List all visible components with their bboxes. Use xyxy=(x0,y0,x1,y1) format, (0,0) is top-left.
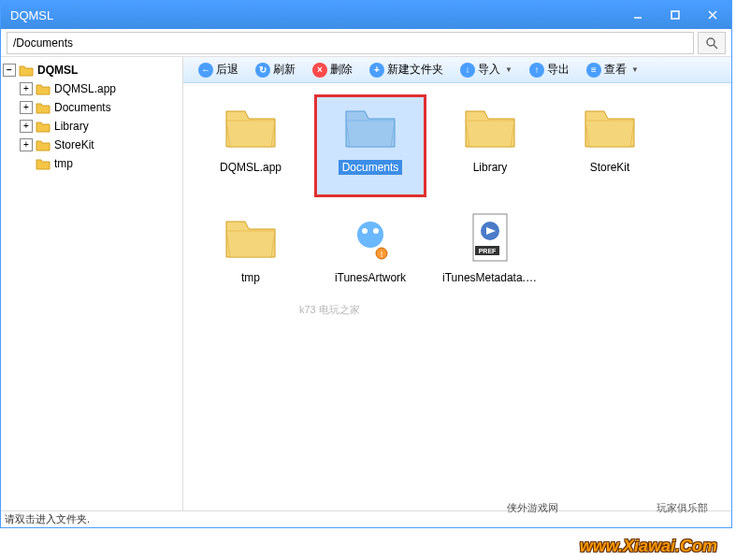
folder-icon xyxy=(221,102,281,154)
file-img-icon: ! xyxy=(340,212,400,265)
watermark-text: 侠外游戏网 xyxy=(507,501,558,515)
watermark-text: k73 电玩之家 xyxy=(299,303,360,317)
path-input[interactable] xyxy=(7,32,694,54)
tree-item-label: DQMSL.app xyxy=(54,82,116,95)
tree-item[interactable]: +Library xyxy=(3,117,180,136)
window-title: DQMSL xyxy=(10,8,53,22)
svg-point-8 xyxy=(373,228,379,234)
file-item[interactable]: PREFiTunesMetadata.p... xyxy=(434,205,546,308)
tree-root[interactable]: − DQMSL xyxy=(3,61,180,79)
svg-text:PREF: PREF xyxy=(479,248,497,254)
expand-icon[interactable]: + xyxy=(20,82,33,95)
tree-item[interactable]: +StoreKit xyxy=(3,136,180,154)
pathbar xyxy=(1,29,731,57)
file-pref-icon: PREF xyxy=(460,212,520,265)
folder-icon xyxy=(36,121,51,133)
minimize-button[interactable] xyxy=(619,1,657,29)
newfolder-button[interactable]: +新建文件夹 xyxy=(362,60,451,79)
tree-item[interactable]: +DQMSL.app xyxy=(3,79,180,98)
back-icon: ← xyxy=(198,63,213,78)
folder-icon xyxy=(36,139,51,151)
watermark-text: 玩家俱乐部 xyxy=(657,501,708,515)
folder-item[interactable]: Library xyxy=(434,94,546,197)
export-icon: ↑ xyxy=(529,63,544,78)
folder-icon xyxy=(580,102,640,154)
folder-item[interactable]: tmp xyxy=(195,205,307,308)
svg-rect-1 xyxy=(671,11,679,19)
view-button[interactable]: ≡查看▼ xyxy=(579,60,646,79)
import-icon: ↓ xyxy=(460,63,475,78)
close-button[interactable] xyxy=(694,1,731,29)
item-label: Documents xyxy=(339,160,403,175)
expand-icon[interactable]: + xyxy=(20,138,33,151)
tree-item-label: Library xyxy=(54,120,89,133)
import-button[interactable]: ↓导入▼ xyxy=(453,60,520,79)
view-icon: ≡ xyxy=(586,63,601,78)
chevron-down-icon: ▼ xyxy=(631,65,639,74)
folder-icon xyxy=(221,212,281,265)
file-item[interactable]: !iTunesArtwork xyxy=(314,205,426,308)
export-button[interactable]: ↑导出 xyxy=(522,60,577,79)
tree-item[interactable]: tmp xyxy=(3,154,180,173)
svg-point-4 xyxy=(707,38,714,46)
search-button[interactable] xyxy=(698,32,726,54)
item-label: DQMSL.app xyxy=(216,160,285,175)
expand-icon[interactable]: + xyxy=(20,120,33,133)
folder-item[interactable]: DQMSL.app xyxy=(195,94,307,197)
tree-item-label: Documents xyxy=(54,101,111,114)
sidebar: − DQMSL +DQMSL.app+Documents+Library+Sto… xyxy=(1,57,183,510)
delete-icon: × xyxy=(312,63,327,78)
item-label: StoreKit xyxy=(586,160,634,175)
tree-item-label: StoreKit xyxy=(54,138,94,151)
tree-item-label: tmp xyxy=(54,157,73,170)
refresh-button[interactable]: ↻刷新 xyxy=(248,60,303,79)
folder-icon xyxy=(460,102,520,154)
folder-icon xyxy=(36,158,51,170)
watermark-logo: www.Xiawai.Com xyxy=(580,537,717,556)
svg-text:!: ! xyxy=(381,250,383,259)
maximize-button[interactable] xyxy=(657,1,694,29)
item-label: tmp xyxy=(238,270,264,285)
collapse-icon[interactable]: − xyxy=(3,64,16,77)
chevron-down-icon: ▼ xyxy=(505,65,512,74)
refresh-icon: ↻ xyxy=(255,63,270,78)
toolbar: ←后退 ↻刷新 ×删除 +新建文件夹 ↓导入▼ ↑导出 ≡查看▼ xyxy=(183,57,731,83)
content-grid: DQMSL.appDocumentsLibraryStoreKittmp!iTu… xyxy=(183,83,731,510)
item-label: iTunesArtwork xyxy=(331,270,410,285)
search-icon xyxy=(705,36,718,50)
folder-icon xyxy=(19,65,34,77)
tree-item[interactable]: +Documents xyxy=(3,98,180,117)
tree-root-label: DQMSL xyxy=(37,64,78,77)
delete-button[interactable]: ×删除 xyxy=(305,60,360,79)
titlebar: DQMSL xyxy=(1,1,731,29)
item-label: iTunesMetadata.p... xyxy=(439,270,541,285)
folder-icon xyxy=(36,102,51,114)
statusbar: 请双击进入文件夹. xyxy=(1,510,731,527)
folder-item[interactable]: Documents xyxy=(314,94,426,197)
expand-icon[interactable]: + xyxy=(20,101,33,114)
back-button[interactable]: ←后退 xyxy=(191,60,246,79)
folder-item[interactable]: StoreKit xyxy=(554,94,666,197)
item-label: Library xyxy=(469,160,512,175)
newfolder-icon: + xyxy=(369,63,384,78)
folder-icon xyxy=(36,83,51,95)
svg-line-5 xyxy=(714,45,717,49)
svg-point-7 xyxy=(362,228,368,234)
svg-point-6 xyxy=(357,222,383,248)
folder-icon xyxy=(340,102,400,154)
